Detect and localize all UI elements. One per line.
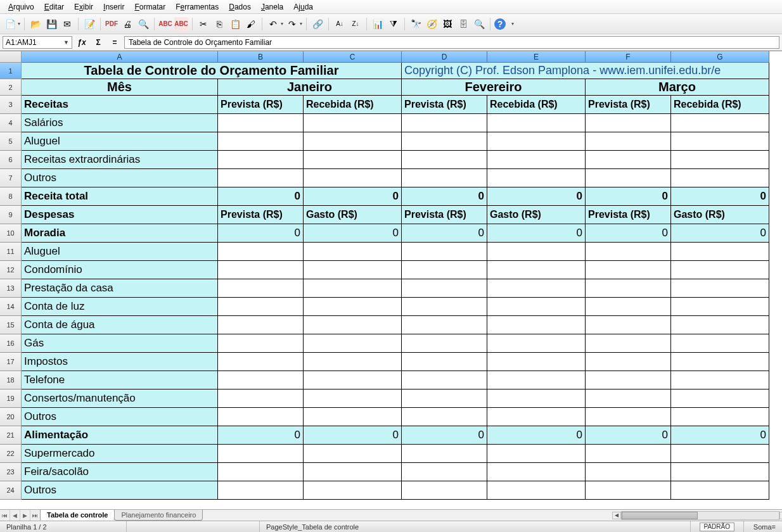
col-head-B[interactable]: B — [218, 51, 304, 63]
edit-icon[interactable]: 📝 — [82, 17, 96, 31]
cell[interactable]: Janeiro — [218, 79, 402, 96]
cell[interactable]: Prestação da casa — [22, 279, 218, 298]
cell[interactable] — [304, 481, 402, 500]
row-head-17[interactable]: 17 — [0, 353, 22, 371]
cell[interactable] — [487, 243, 586, 261]
new-icon[interactable]: 📄 — [3, 17, 17, 31]
sort-desc-icon[interactable]: Z↓ — [349, 17, 362, 31]
cell[interactable] — [586, 243, 671, 261]
horizontal-scrollbar[interactable]: ◀ ▶ — [621, 511, 779, 520]
cell[interactable]: 0 — [304, 187, 402, 206]
cell[interactable]: Prevista (R$) — [218, 96, 304, 114]
cell[interactable] — [586, 279, 671, 298]
row-head-23[interactable]: 23 — [0, 463, 22, 481]
cell[interactable] — [218, 298, 304, 316]
help-icon[interactable]: ? — [494, 18, 506, 30]
cell[interactable]: Gás — [22, 334, 218, 353]
cell[interactable] — [586, 408, 671, 426]
tab-last-icon[interactable]: ⏭ — [30, 510, 41, 521]
scroll-left-icon[interactable]: ◀ — [612, 512, 621, 519]
cell[interactable]: 0 — [586, 224, 671, 243]
cell[interactable] — [671, 243, 769, 261]
cell[interactable]: 0 — [218, 187, 304, 206]
zoom-icon[interactable]: 🔍 — [472, 17, 486, 31]
cell[interactable]: Conta de água — [22, 316, 218, 334]
cell[interactable]: Outros — [22, 408, 218, 426]
cell[interactable] — [487, 445, 586, 463]
cell[interactable]: Impostos — [22, 353, 218, 371]
cell[interactable] — [304, 151, 402, 169]
equals-icon[interactable]: = — [108, 36, 122, 49]
cell[interactable]: Fevereiro — [402, 79, 586, 96]
cell[interactable] — [218, 481, 304, 500]
cell[interactable] — [487, 114, 586, 132]
print-icon[interactable]: 🖨 — [120, 17, 134, 31]
row-head-7[interactable]: 7 — [0, 169, 22, 187]
cell[interactable] — [586, 390, 671, 408]
cell[interactable] — [402, 298, 487, 316]
row-head-3[interactable]: 3 — [0, 96, 22, 114]
dropdown-icon[interactable]: ▾ — [281, 21, 283, 27]
cell[interactable] — [304, 169, 402, 187]
cell[interactable]: Moradia — [22, 224, 218, 243]
cell[interactable]: Aluguel — [22, 243, 218, 261]
tab-next-icon[interactable]: ▶ — [20, 510, 30, 521]
preview-icon[interactable]: 🔍 — [136, 17, 150, 31]
cell[interactable] — [304, 316, 402, 334]
cell[interactable]: Recebida (R$) — [671, 96, 769, 114]
row-head-22[interactable]: 22 — [0, 445, 22, 463]
mode-button[interactable]: PADRÃO — [700, 522, 735, 531]
dropdown-icon[interactable]: ▾ — [300, 21, 302, 27]
col-head-A[interactable]: A — [22, 51, 218, 63]
cell[interactable] — [218, 390, 304, 408]
cell[interactable] — [304, 390, 402, 408]
cell[interactable] — [671, 463, 769, 481]
row-head-2[interactable]: 2 — [0, 79, 22, 96]
cell[interactable] — [586, 334, 671, 353]
cell[interactable]: Tabela de Controle do Orçamento Familiar — [22, 63, 402, 79]
cell[interactable] — [402, 334, 487, 353]
cell[interactable] — [671, 114, 769, 132]
menu-editar[interactable]: Editar — [39, 1, 69, 13]
cell[interactable]: 0 — [218, 426, 304, 445]
cell[interactable]: Gasto (R$) — [304, 206, 402, 224]
cell[interactable] — [304, 298, 402, 316]
spellcheck-icon[interactable]: ABC — [158, 17, 172, 31]
menu-ferramentas[interactable]: Ferramentas — [170, 1, 224, 13]
scroll-right-icon[interactable]: ▶ — [779, 512, 782, 519]
cell[interactable] — [304, 408, 402, 426]
cell[interactable] — [586, 353, 671, 371]
cell[interactable]: 0 — [304, 426, 402, 445]
cell[interactable] — [402, 408, 487, 426]
cell[interactable] — [487, 371, 586, 390]
cell[interactable]: Gasto (R$) — [671, 206, 769, 224]
scroll-thumb[interactable] — [622, 512, 698, 519]
cell[interactable] — [402, 279, 487, 298]
cell[interactable] — [218, 279, 304, 298]
cell[interactable] — [586, 298, 671, 316]
cell[interactable] — [218, 243, 304, 261]
cell[interactable]: 0 — [218, 224, 304, 243]
copy-icon[interactable]: ⎘ — [212, 17, 226, 31]
cell[interactable] — [586, 463, 671, 481]
row-head-6[interactable]: 6 — [0, 151, 22, 169]
cell[interactable] — [487, 390, 586, 408]
cell[interactable] — [487, 316, 586, 334]
cell[interactable] — [671, 334, 769, 353]
chevron-down-icon[interactable]: ▼ — [63, 39, 69, 46]
filter-icon[interactable]: ⧩ — [387, 17, 401, 31]
brush-icon[interactable]: 🖌 — [244, 17, 258, 31]
cell[interactable] — [218, 316, 304, 334]
toolbar-overflow-icon[interactable]: ▾ — [511, 21, 514, 27]
row-head-12[interactable]: 12 — [0, 261, 22, 279]
col-head-G[interactable]: G — [671, 51, 769, 63]
cell[interactable]: Telefone — [22, 371, 218, 390]
cell[interactable] — [586, 151, 671, 169]
name-box[interactable]: A1:AMJ1 ▼ — [3, 36, 72, 49]
pdf-icon[interactable]: PDF — [105, 17, 119, 31]
row-head-16[interactable]: 16 — [0, 334, 22, 353]
cell[interactable]: Receita total — [22, 187, 218, 206]
cell[interactable] — [218, 371, 304, 390]
cell[interactable] — [586, 316, 671, 334]
cell[interactable] — [304, 463, 402, 481]
